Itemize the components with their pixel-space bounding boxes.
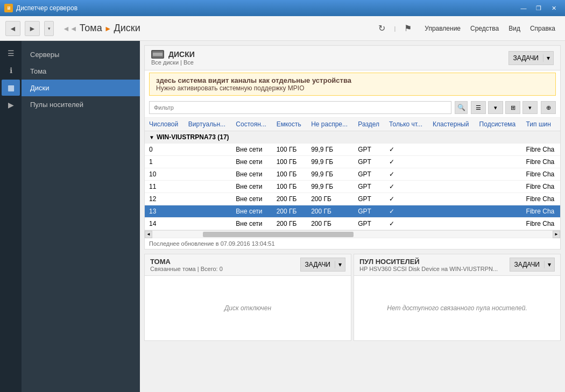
sidebar-item-diski[interactable]: Диски [22, 80, 140, 96]
menu-manage[interactable]: Управление [420, 23, 465, 34]
cell-bustype: Fibre Cha [522, 168, 560, 181]
cell-partition: GPT [354, 144, 385, 156]
breadcrumb-back-arrows: ◄◄ [62, 24, 77, 33]
col-readonly[interactable]: Только чт... [385, 118, 428, 131]
toolbar-right: ↻ | ⚑ Управление Средства Вид Справка [378, 23, 560, 34]
cell-virt [184, 218, 231, 230]
bottom-sections: ТОМА Связанные тома | Всего: 0 ЗАДАЧИ ▾ … [144, 254, 561, 341]
toma-empty-message: Диск отключен [224, 304, 271, 312]
cell-capacity: 100 ГБ [272, 156, 307, 168]
col-number[interactable]: Числовой [145, 118, 184, 131]
cell-free: 200 ГБ [307, 218, 354, 230]
nav-dropdown-button[interactable]: ▾ [44, 21, 54, 36]
cell-partition: GPT [354, 205, 385, 218]
menu-view[interactable]: Вид [504, 23, 525, 34]
toma-tasks-arrow: ▾ [335, 261, 345, 268]
toma-tasks-button[interactable]: ЗАДАЧИ ▾ [300, 258, 345, 272]
cell-subsystem [475, 168, 522, 181]
breadcrumb-diski[interactable]: Диски [114, 23, 140, 34]
col-capacity[interactable]: Емкость [272, 118, 307, 131]
forward-button[interactable]: ► [25, 21, 40, 36]
col-bustype[interactable]: Тип шин [522, 118, 560, 131]
refresh-icon[interactable]: ↻ [378, 23, 385, 33]
table-row[interactable]: 0 Вне сети 100 ГБ 99,9 ГБ GPT ✓ Fibre Ch… [145, 144, 560, 156]
cell-cluster [428, 168, 475, 181]
horizontal-scrollbar[interactable]: ◄ ► [145, 230, 560, 238]
hscroll-left-arrow[interactable]: ◄ [145, 231, 152, 238]
col-free[interactable]: Не распре... [307, 118, 354, 131]
expand-button[interactable]: ⊕ [541, 101, 556, 114]
sidebar-item-servers[interactable]: Серверы [22, 46, 140, 63]
cell-bustype: Fibre Cha [522, 181, 560, 193]
sidebar-item-pools[interactable]: Пулы носителей [22, 96, 140, 113]
table-row[interactable]: 13 Вне сети 200 ГБ 200 ГБ GPT ✓ Fibre Ch… [145, 205, 560, 218]
group-dropdown-button[interactable]: ▾ [522, 101, 538, 114]
breadcrumb-toma[interactable]: Тома [80, 23, 102, 34]
disks-tasks-button[interactable]: ЗАДАЧИ ▾ [508, 51, 554, 65]
cell-capacity: 200 ГБ [272, 193, 307, 205]
pool-tasks-button[interactable]: ЗАДАЧИ ▾ [510, 258, 555, 272]
view-dropdown-button[interactable]: ▾ [488, 101, 503, 114]
subtitle-all[interactable]: Все диски [151, 59, 179, 66]
cell-cluster [428, 144, 475, 156]
sidebar-label-toma: Тома [30, 67, 46, 75]
filter-search-button[interactable]: 🔍 [455, 101, 468, 114]
col-partition[interactable]: Раздел [354, 118, 385, 131]
cell-virt [184, 156, 231, 168]
sidebar-item-toma[interactable]: Тома [22, 63, 140, 80]
cell-num: 11 [145, 181, 184, 193]
col-virtual[interactable]: Виртуальн... [184, 118, 231, 131]
cell-free: 99,9 ГБ [307, 168, 354, 181]
cell-cluster [428, 205, 475, 218]
cell-partition: GPT [354, 181, 385, 193]
cell-free: 99,9 ГБ [307, 144, 354, 156]
cell-num: 1 [145, 156, 184, 168]
menu-bar: Управление Средства Вид Справка [420, 23, 560, 34]
table-row[interactable]: 1 Вне сети 100 ГБ 99,9 ГБ GPT ✓ Fibre Ch… [145, 156, 560, 168]
table-row[interactable]: 10 Вне сети 100 ГБ 99,9 ГБ GPT ✓ Fibre C… [145, 168, 560, 181]
cell-readonly: ✓ [385, 218, 428, 230]
close-button[interactable]: ✕ [547, 2, 561, 14]
table-row[interactable]: 12 Вне сети 200 ГБ 200 ГБ GPT ✓ Fibre Ch… [145, 193, 560, 205]
hscroll-right-arrow[interactable]: ► [553, 231, 560, 238]
table-row[interactable]: 14 Вне сети 200 ГБ 200 ГБ GPT ✓ Fibre Ch… [145, 218, 560, 230]
cell-num: 12 [145, 193, 184, 205]
sidebar-icon-deploy[interactable]: ▶ [2, 97, 20, 113]
toma-subtitle: Связанные тома | Всего: 0 [150, 266, 223, 272]
cell-capacity: 100 ГБ [272, 168, 307, 181]
cell-free: 200 ГБ [307, 193, 354, 205]
cell-status: Вне сети [231, 205, 272, 218]
sidebar-icon-info[interactable]: ℹ [2, 62, 20, 79]
group-view-button[interactable]: ⊞ [505, 101, 520, 114]
cell-num: 10 [145, 168, 184, 181]
hscroll-thumb[interactable] [203, 232, 354, 237]
content-area: ДИСКИ Все диски | Все ЗАДАЧИ ▾ здесь сис… [140, 41, 565, 392]
back-button[interactable]: ◄ [5, 21, 20, 36]
filter-input[interactable] [149, 101, 451, 114]
col-cluster[interactable]: Кластерный [428, 118, 475, 131]
cell-capacity: 200 ГБ [272, 205, 307, 218]
sidebar-icon-storage[interactable]: ▦ [2, 80, 20, 96]
toma-title: ТОМА [150, 258, 223, 266]
sidebar-icon-bar: ☰ ℹ ▦ ▶ [0, 41, 22, 392]
menu-tools[interactable]: Средства [466, 23, 503, 34]
cell-bustype: Fibre Cha [522, 144, 560, 156]
sidebar-icon-dashboard[interactable]: ☰ [2, 45, 20, 61]
pool-title: ПУЛ НОСИТЕЛЕЙ [359, 258, 498, 266]
subtitle-part[interactable]: Все [183, 59, 194, 66]
disks-last-update: Последнее обновление в 07.09.2016 13:04:… [145, 238, 560, 249]
maximize-button[interactable]: ❐ [532, 2, 546, 14]
menu-help[interactable]: Справка [526, 23, 560, 34]
hscroll-track[interactable] [160, 231, 545, 238]
sidebar-nav: Серверы Тома Диски Пулы носителей [22, 41, 140, 392]
table-row[interactable]: 11 Вне сети 100 ГБ 99,9 ГБ GPT ✓ Fibre C… [145, 181, 560, 193]
list-view-button[interactable]: ☰ [471, 101, 486, 114]
cell-status: Вне сети [231, 168, 272, 181]
col-subsystem[interactable]: Подсистема [475, 118, 522, 131]
flag-icon[interactable]: ⚑ [404, 23, 412, 33]
cell-bustype: Fibre Cha [522, 218, 560, 230]
cell-free: 200 ГБ [307, 205, 354, 218]
minimize-button[interactable]: — [517, 2, 531, 14]
view-buttons: ☰ ▾ ⊞ ▾ [471, 101, 538, 114]
col-status[interactable]: Состоян... [231, 118, 272, 131]
